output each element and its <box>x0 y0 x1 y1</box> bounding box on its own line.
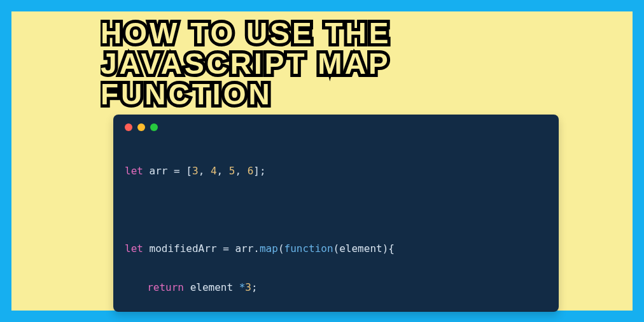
close-icon <box>125 123 132 131</box>
code-line-3: return element *3; <box>125 278 547 297</box>
maximize-icon <box>150 123 158 131</box>
code-window: let arr = [3, 4, 5, 6]; let modifiedArr … <box>113 115 559 312</box>
code-line-1: let arr = [3, 4, 5, 6]; <box>125 162 547 181</box>
minimize-icon <box>137 123 145 131</box>
canvas: .ptxt { font-family: "Impact","Arial Bla… <box>11 11 633 311</box>
code-line-2: let modifiedArr = arr.map(function(eleme… <box>125 239 547 258</box>
window-controls <box>125 123 547 131</box>
page-title: .ptxt { font-family: "Impact","Arial Bla… <box>101 17 571 112</box>
title-line-3: FUNCTION <box>101 78 272 111</box>
code-line-4: }); <box>125 317 547 322</box>
title-line-2: JAVASCRIPT MAP <box>101 47 391 80</box>
title-line-1: HOW TO USE THE <box>101 17 391 50</box>
code-block: let arr = [3, 4, 5, 6]; let modifiedArr … <box>125 143 547 322</box>
